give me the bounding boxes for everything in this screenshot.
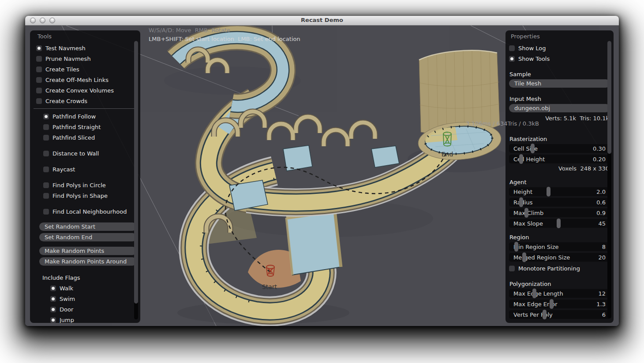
radio-icon[interactable] (36, 88, 42, 93)
tool-mode-prune-navmesh[interactable]: Prune Navmesh (30, 53, 140, 64)
radio-icon[interactable] (43, 114, 49, 119)
tool-mode-label: Create Off-Mesh Links (45, 77, 109, 83)
tool-mode-create-offmesh-links[interactable]: Create Off-Mesh Links (30, 74, 140, 85)
slider-max-edge-error[interactable]: Max Edge Error 1.3 (509, 300, 610, 308)
help-text-click: LMB+SHIFT: Set start location LMB: Set e… (149, 36, 300, 42)
slider-max-climb[interactable]: Max Climb 0.9 (509, 208, 610, 217)
slider-handle[interactable] (550, 299, 554, 309)
slider-label: Cell Height (509, 156, 545, 163)
slider-handle[interactable] (547, 187, 550, 196)
slider-handle[interactable] (532, 289, 536, 298)
properties-scrollbar-track[interactable] (607, 41, 611, 319)
slider-cell-height[interactable]: Cell Height 0.20 (509, 155, 610, 163)
radio-icon[interactable] (36, 56, 42, 62)
flag-swim[interactable]: Swim (30, 293, 140, 304)
toggle-show-tools[interactable]: Show Tools (505, 53, 614, 64)
tool-mode-create-crowds[interactable]: Create Crowds (30, 96, 140, 106)
radio-icon[interactable] (43, 124, 49, 130)
slider-max-slope[interactable]: Max Slope 45 (509, 219, 610, 228)
checkbox-icon[interactable] (50, 285, 56, 291)
slider-min-region-size[interactable]: Min Region Size 8 (509, 242, 610, 251)
slider-cell-size[interactable]: Cell Size 0.30 (509, 144, 610, 153)
radio-icon[interactable] (43, 167, 49, 172)
slider-handle[interactable] (557, 219, 561, 228)
viewport[interactable]: Start End W/S/A/D: Move RMB: Rotate LMB+… (25, 26, 619, 326)
option-label: Find Local Neighbourhood (52, 208, 127, 215)
option-pathfind-follow[interactable]: Pathfind Follow (30, 111, 140, 122)
flag-label: Walk (60, 285, 73, 292)
checkbox-icon[interactable] (509, 56, 515, 62)
input-mesh-label: Input Mesh (509, 96, 614, 103)
radio-icon[interactable] (36, 77, 42, 83)
radio-icon[interactable] (43, 193, 49, 199)
slider-max-edge-length[interactable]: Max Edge Length 12 (509, 289, 610, 298)
option-find-local-neighbourhood[interactable]: Find Local Neighbourhood (30, 206, 140, 217)
slider-label: Merged Region Size (509, 254, 570, 261)
section-title-rasterization: Rasterization (509, 136, 614, 143)
toggle-show-log[interactable]: Show Log (505, 43, 614, 53)
tools-scrollbar-handle[interactable] (134, 41, 138, 304)
slider-agent-height[interactable]: Height 2.0 (509, 187, 610, 196)
input-mesh-dropdown[interactable]: dungeon.obj (509, 104, 610, 112)
slider-handle[interactable] (519, 197, 523, 207)
properties-scrollbar-handle[interactable] (607, 41, 611, 154)
properties-panel-title: Properties (511, 33, 614, 40)
tool-mode-test-navmesh[interactable]: Test Navmesh (30, 43, 140, 53)
flag-label: Door (60, 306, 73, 313)
option-pathfind-straight[interactable]: Pathfind Straight (30, 122, 140, 132)
slider-handle[interactable] (522, 252, 526, 262)
slider-merged-region-size[interactable]: Merged Region Size 20 (509, 253, 610, 262)
option-pathfind-sliced[interactable]: Pathfind Sliced (30, 132, 140, 143)
flag-jump[interactable]: Jump (30, 315, 140, 323)
option-raycast[interactable]: Raycast (30, 164, 140, 174)
radio-icon[interactable] (43, 209, 49, 215)
slider-verts-per-poly[interactable]: Verts Per Poly 6 (509, 310, 610, 319)
toggle-label: Show Log (518, 45, 546, 52)
radio-icon[interactable] (36, 45, 42, 51)
tools-scrollbar-track[interactable] (134, 41, 138, 319)
titlebar[interactable]: Recast Demo (25, 16, 619, 26)
radio-icon[interactable] (36, 67, 42, 72)
checkbox-icon[interactable] (509, 45, 515, 51)
checkbox-icon[interactable] (509, 266, 515, 271)
checkbox-icon[interactable] (50, 296, 56, 302)
option-find-polys-in-shape[interactable]: Find Polys in Shape (30, 190, 140, 201)
help-text-move: W/S/A/D: Move RMB: Rotate (149, 27, 230, 33)
set-random-end-button[interactable]: Set Random End (39, 233, 137, 241)
slider-label: Height (509, 189, 532, 195)
option-distance-to-wall[interactable]: Distance to Wall (30, 148, 140, 159)
toggle-monotore-partitioning[interactable]: Monotore Partitioning (505, 263, 614, 273)
checkbox-icon[interactable] (50, 307, 56, 312)
option-label: Distance to Wall (52, 150, 99, 157)
tool-mode-create-tiles[interactable]: Create Tiles (30, 64, 140, 74)
voxels-text: Voxels 248 x 330 (505, 165, 609, 172)
checkbox-icon[interactable] (50, 317, 56, 323)
radio-icon[interactable] (43, 182, 49, 188)
make-random-points-button[interactable]: Make Random Points (39, 247, 137, 255)
toggle-label: Show Tools (518, 56, 550, 62)
slider-handle[interactable] (531, 144, 535, 153)
slider-handle[interactable] (524, 208, 528, 218)
flag-label: Swim (60, 296, 75, 302)
include-flags-title: Include Flags (42, 274, 140, 282)
slider-handle[interactable] (519, 154, 523, 164)
option-find-polys-in-circle[interactable]: Find Polys in Circle (30, 180, 140, 190)
window-title: Recast Demo (25, 17, 619, 23)
tool-mode-create-convex-volumes[interactable]: Create Convex Volumes (30, 85, 140, 96)
flag-door[interactable]: Door (30, 304, 140, 315)
radio-icon[interactable] (43, 135, 49, 141)
sample-dropdown[interactable]: Tile Mesh (509, 79, 610, 88)
radio-icon[interactable] (36, 98, 42, 104)
slider-handle[interactable] (543, 310, 547, 319)
radio-icon[interactable] (43, 151, 49, 156)
set-random-start-button[interactable]: Set Random Start (39, 222, 137, 231)
divider (34, 108, 134, 109)
slider-agent-radius[interactable]: Radius 0.6 (509, 198, 610, 207)
option-label: Find Polys in Shape (52, 193, 108, 199)
flag-walk[interactable]: Walk (30, 283, 140, 293)
tower (417, 50, 502, 162)
section-title-region: Region (509, 234, 614, 241)
slider-handle[interactable] (514, 242, 518, 252)
make-random-points-around-button[interactable]: Make Random Points Around (39, 257, 137, 266)
tool-mode-label: Create Crowds (45, 98, 87, 104)
